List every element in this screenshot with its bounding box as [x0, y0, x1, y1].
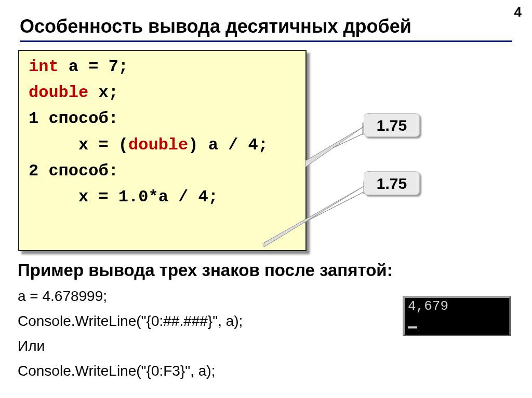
subtitle: Пример вывода трех знаков после запятой:: [18, 260, 393, 280]
slide-title: Особенность вывода десятичных дробей: [20, 16, 512, 42]
page-number: 4: [514, 4, 522, 20]
svg-marker-1: [305, 127, 364, 167]
code-text: x;: [88, 83, 118, 102]
code-line-4: x = (double) a / 4;: [29, 132, 296, 158]
pointer-1: [305, 119, 373, 166]
code-box: int a = 7; double x; 1 способ: x = (doub…: [18, 50, 307, 251]
code-text: x = 1.0*a / 4;: [78, 187, 218, 207]
result-badge-2: 1.75: [364, 171, 420, 195]
example-line-2: Console.WriteLine("{0:##.###}", a);: [18, 313, 243, 330]
cursor-icon: [408, 326, 417, 328]
code-text: a = 7;: [59, 57, 128, 76]
code-text: x = (: [78, 135, 128, 155]
svg-marker-3: [264, 186, 365, 247]
example-line-1: a = 4.678999;: [18, 288, 107, 305]
pointer-2: [264, 182, 373, 249]
example-line-3: Или: [18, 338, 45, 354]
code-line-3: 1 способ:: [29, 106, 296, 132]
result-badge-1: 1.75: [364, 113, 420, 137]
example-line-4: Console.WriteLine("{0:F3}", a);: [18, 363, 215, 379]
keyword-int: int: [29, 57, 59, 76]
code-line-2: double x;: [29, 80, 296, 106]
keyword-double: double: [29, 83, 88, 102]
console-cursor-line: [408, 314, 417, 329]
code-line-5: 2 способ:: [29, 158, 296, 184]
code-line-6: x = 1.0*a / 4;: [29, 184, 296, 210]
code-text: ) a / 4;: [188, 135, 268, 155]
keyword-double: double: [128, 135, 188, 155]
console-line: 4,679: [408, 299, 506, 314]
code-line-1: int a = 7;: [29, 54, 296, 80]
console-output: 4,679: [403, 296, 511, 336]
